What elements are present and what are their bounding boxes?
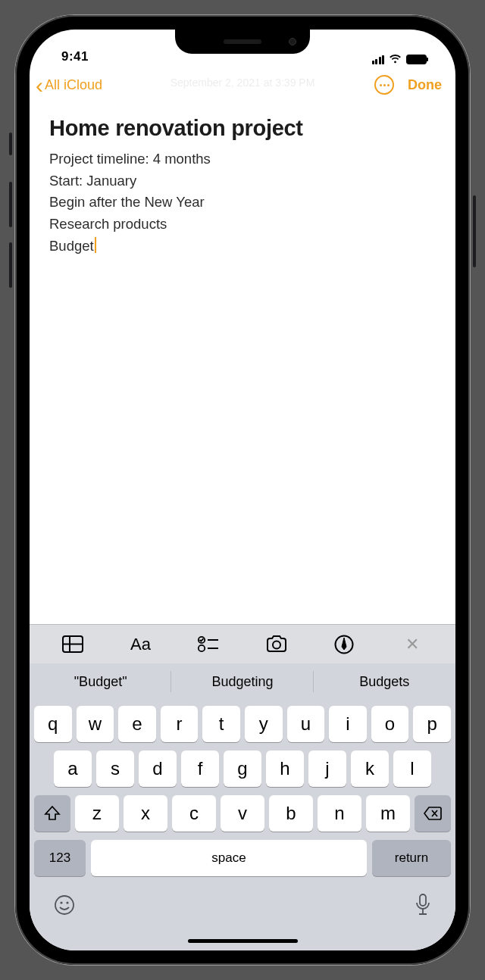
text-format-icon[interactable]: Aa — [127, 633, 153, 656]
key-numbers[interactable]: 123 — [34, 840, 86, 876]
chevron-left-icon: ‹ — [36, 80, 43, 91]
format-toolbar: Aa ✕ — [30, 624, 455, 663]
key-s[interactable]: s — [96, 751, 134, 787]
key-o[interactable]: o — [371, 706, 409, 742]
notch — [175, 30, 310, 54]
more-button[interactable] — [374, 75, 394, 95]
key-h[interactable]: h — [266, 751, 304, 787]
text-cursor — [95, 237, 96, 253]
emoji-icon[interactable] — [54, 894, 75, 921]
note-line: Start: January — [49, 170, 436, 192]
suggestion[interactable]: "Budget" — [30, 663, 171, 700]
key-v[interactable]: v — [221, 795, 264, 832]
key-r[interactable]: r — [161, 706, 199, 742]
screen: 9:41 ‹ All iCloud September 2, 2021 at 3… — [30, 30, 455, 950]
svg-point-11 — [66, 901, 68, 904]
key-q[interactable]: q — [34, 706, 72, 742]
done-button[interactable]: Done — [408, 77, 442, 93]
note-line: Begin after the New Year — [49, 192, 436, 214]
note-line: Budget — [49, 236, 436, 257]
camera-icon[interactable] — [264, 633, 289, 656]
suggestion[interactable]: Budgets — [314, 663, 455, 700]
keyboard: q w e r t y u i o p a s d — [30, 700, 455, 931]
key-b[interactable]: b — [269, 795, 313, 832]
note-editor[interactable]: Home renovation project Project timeline… — [30, 104, 455, 624]
backspace-icon — [424, 806, 443, 821]
suggestion-bar: "Budget" Budgeting Budgets — [30, 663, 455, 700]
key-u[interactable]: u — [287, 706, 325, 742]
shift-icon — [44, 805, 61, 822]
cellular-icon — [372, 55, 385, 64]
key-return[interactable]: return — [372, 840, 451, 876]
battery-icon — [406, 55, 427, 64]
key-e[interactable]: e — [118, 706, 156, 742]
suggestion[interactable]: Budgeting — [171, 663, 313, 700]
checklist-icon[interactable] — [196, 633, 221, 656]
key-d[interactable]: d — [139, 751, 177, 787]
note-date-ghost: September 2, 2021 at 3:39 PM — [171, 76, 315, 89]
status-time: 9:41 — [61, 49, 89, 64]
note-line: Research products — [49, 214, 436, 236]
dictation-icon[interactable] — [415, 894, 431, 922]
key-shift[interactable] — [34, 795, 70, 832]
key-c[interactable]: c — [172, 795, 216, 832]
svg-point-5 — [199, 644, 205, 651]
phone-frame: 9:41 ‹ All iCloud September 2, 2021 at 3… — [15, 15, 470, 965]
key-w[interactable]: w — [77, 706, 114, 742]
wifi-icon — [389, 55, 402, 64]
key-k[interactable]: k — [351, 751, 389, 787]
key-space[interactable]: space — [91, 840, 367, 876]
nav-bar: ‹ All iCloud September 2, 2021 at 3:39 P… — [30, 66, 455, 104]
key-j[interactable]: j — [308, 751, 346, 787]
key-m[interactable]: m — [366, 795, 410, 832]
back-button[interactable]: ‹ All iCloud — [36, 77, 102, 93]
key-n[interactable]: n — [318, 795, 361, 832]
table-icon[interactable] — [60, 633, 86, 656]
key-f[interactable]: f — [181, 751, 219, 787]
key-g[interactable]: g — [224, 751, 261, 787]
key-p[interactable]: p — [413, 706, 451, 742]
status-icons — [372, 55, 427, 64]
key-t[interactable]: t — [202, 706, 240, 742]
key-l[interactable]: l — [393, 751, 431, 787]
svg-point-9 — [55, 896, 74, 914]
svg-point-7 — [273, 641, 280, 648]
key-delete[interactable] — [415, 795, 451, 832]
key-a[interactable]: a — [54, 751, 92, 787]
back-label: All iCloud — [45, 77, 102, 93]
svg-rect-12 — [420, 894, 426, 906]
home-indicator[interactable] — [30, 931, 455, 950]
key-z[interactable]: z — [75, 795, 119, 832]
svg-point-10 — [60, 901, 62, 904]
key-x[interactable]: x — [124, 795, 167, 832]
markup-icon[interactable] — [331, 633, 357, 656]
note-title: Home renovation project — [49, 116, 436, 141]
key-i[interactable]: i — [329, 706, 367, 742]
key-y[interactable]: y — [245, 706, 283, 742]
close-toolbar-icon[interactable]: ✕ — [399, 633, 425, 656]
note-line: Project timeline: 4 months — [49, 148, 436, 170]
